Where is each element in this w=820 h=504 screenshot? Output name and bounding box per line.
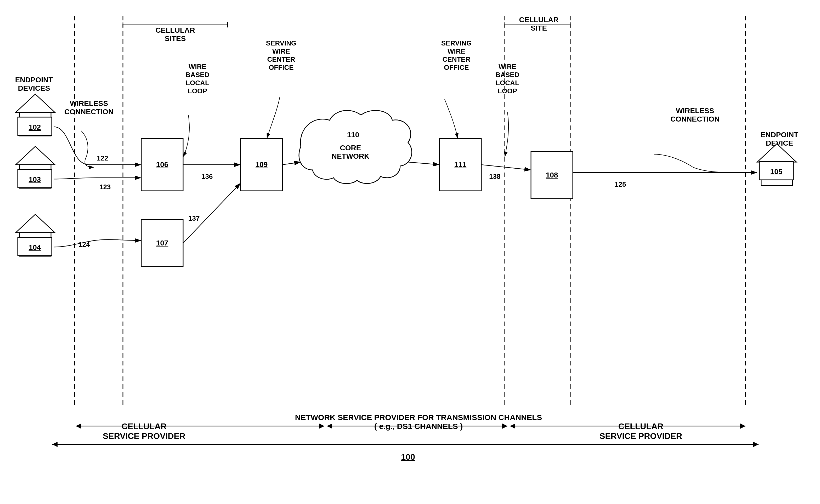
node-100: 100 <box>382 452 434 462</box>
arrow-137: 137 <box>188 214 199 222</box>
svg-line-33 <box>481 165 531 170</box>
core-network-label: CORENETWORK <box>314 144 387 161</box>
wire-based-local-loop-left-label: WIREBASEDLOCALLOOP <box>171 63 224 95</box>
cellular-service-provider-right: CELLULARSERVICE PROVIDER <box>549 422 732 441</box>
cellular-site-right-label: CELLULARSITE <box>510 16 568 32</box>
node-106: 106 <box>141 139 183 191</box>
svg-marker-37 <box>52 442 58 447</box>
arrow-138: 138 <box>489 173 500 181</box>
svg-marker-13 <box>16 146 55 165</box>
serving-wire-center-right-label: SERVINGWIRECENTEROFFICE <box>427 39 487 72</box>
arrow-125: 125 <box>615 180 626 188</box>
wireless-connection-left-label: WIRELESSCONNECTION <box>60 99 118 116</box>
svg-marker-15 <box>16 214 55 233</box>
arrow-123: 123 <box>99 183 111 191</box>
serving-wire-center-left-label: SERVINGWIRECENTEROFFICE <box>251 39 311 72</box>
endpoint-devices-label: ENDPOINT DEVICES <box>8 76 60 93</box>
node-107: 107 <box>141 220 183 267</box>
wire-based-local-loop-right-label: WIREBASEDLOCALLOOP <box>481 63 534 95</box>
wireless-connection-right-label: WIRELESSCONNECTION <box>651 107 739 123</box>
svg-marker-11 <box>16 94 55 112</box>
node-104: 104 <box>18 238 52 257</box>
arrow-122: 122 <box>97 154 108 162</box>
network-service-provider-label: NETWORK SERVICE PROVIDER FOR TRANSMISSIO… <box>288 413 549 431</box>
svg-marker-38 <box>753 442 759 447</box>
svg-line-31 <box>282 162 301 165</box>
endpoint-device-label: ENDPOINT DEVICE <box>751 131 808 147</box>
node-110: 110 <box>340 131 366 139</box>
cellular-sites-label: CELLULARSITES <box>139 26 212 43</box>
node-109: 109 <box>241 139 282 191</box>
cellular-service-provider-left: CELLULARSERVICE PROVIDER <box>53 422 236 441</box>
node-103: 103 <box>18 170 52 189</box>
svg-line-32 <box>408 162 440 165</box>
node-105: 105 <box>759 163 793 181</box>
node-111: 111 <box>440 139 481 191</box>
arrow-136: 136 <box>201 173 213 181</box>
node-102: 102 <box>18 118 52 136</box>
node-108: 108 <box>531 152 573 199</box>
svg-line-30 <box>183 183 241 243</box>
svg-marker-47 <box>740 423 745 429</box>
arrow-124: 124 <box>78 240 90 249</box>
